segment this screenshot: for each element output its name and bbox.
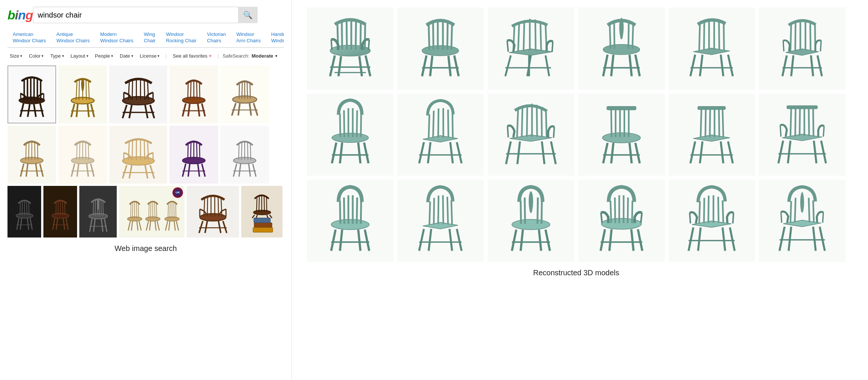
separator2: | — [218, 53, 219, 59]
svg-line-27 — [132, 80, 132, 100]
tab-american-windsor[interactable]: American Windsor Chairs — [7, 28, 51, 48]
svg-line-168 — [156, 202, 157, 218]
search-result-1[interactable] — [7, 65, 56, 123]
search-result-4[interactable] — [169, 65, 218, 123]
license-filter[interactable]: License — [138, 52, 162, 60]
search-result-11[interactable] — [7, 186, 41, 238]
search-result-3[interactable] — [109, 65, 167, 123]
svg-line-425 — [781, 212, 782, 223]
svg-line-167 — [155, 201, 155, 218]
svg-line-403 — [600, 229, 605, 251]
search-result-10[interactable] — [220, 126, 269, 184]
svg-line-179 — [165, 221, 168, 230]
svg-line-370 — [340, 229, 342, 251]
search-result-8[interactable] — [109, 126, 167, 184]
search-result-15[interactable] — [187, 186, 239, 238]
logo-letter-n: n — [18, 8, 25, 22]
search-result-2[interactable] — [58, 65, 107, 123]
svg-line-357 — [821, 141, 826, 163]
svg-point-83 — [122, 157, 154, 165]
svg-line-132 — [58, 201, 58, 215]
see-all-favorites[interactable]: See all favorites ♥ — [171, 52, 214, 60]
3d-model-18 — [761, 181, 843, 261]
svg-line-254 — [614, 21, 614, 49]
svg-line-48 — [198, 104, 199, 116]
svg-line-154 — [131, 203, 131, 218]
tab-rocking-chair[interactable]: Windsor Rocking Chair — [161, 28, 202, 48]
svg-line-356 — [779, 141, 783, 163]
model-5 — [669, 7, 755, 90]
svg-line-124 — [28, 201, 29, 215]
svg-line-93 — [150, 165, 154, 178]
svg-line-423 — [809, 197, 810, 222]
svg-line-343 — [728, 141, 733, 163]
tab-handmade[interactable]: Handm Winds... — [266, 28, 284, 48]
svg-line-219 — [369, 40, 369, 50]
svg-line-260 — [629, 55, 632, 76]
tab-victorian[interactable]: Victorian Chairs — [202, 28, 231, 48]
tab-arm-chairs[interactable]: Windsor Arm Chairs — [231, 28, 266, 48]
svg-point-25 — [122, 96, 154, 105]
svg-line-257 — [603, 55, 608, 76]
search-result-6[interactable] — [7, 126, 56, 184]
svg-line-15 — [76, 82, 77, 99]
svg-line-243 — [541, 21, 541, 51]
svg-line-277 — [810, 21, 811, 50]
svg-line-165 — [151, 202, 151, 218]
svg-line-98 — [188, 144, 188, 160]
svg-line-333 — [629, 143, 632, 163]
svg-line-269 — [728, 55, 733, 76]
svg-line-417 — [730, 227, 735, 251]
svg-line-146 — [101, 200, 101, 216]
color-filter[interactable]: Color — [27, 52, 46, 60]
tab-antique-windsor[interactable]: Antique Windsor Chairs — [51, 28, 95, 48]
svg-line-266 — [719, 20, 719, 50]
svg-line-280 — [820, 41, 821, 51]
svg-line-258 — [635, 55, 640, 76]
svg-line-164 — [149, 203, 149, 218]
search-result-14[interactable]: UK — [119, 186, 184, 238]
svg-line-405 — [609, 229, 612, 251]
people-filter[interactable]: People — [93, 52, 115, 60]
tab-modern-windsor[interactable]: Modern Windsor Chairs — [95, 28, 139, 48]
svg-line-409 — [704, 197, 705, 223]
date-filter[interactable]: Date — [117, 52, 135, 60]
svg-line-137 — [66, 218, 68, 230]
svg-line-300 — [438, 108, 439, 137]
layout-filter[interactable]: Layout — [68, 52, 91, 60]
search-result-16[interactable] — [241, 186, 282, 238]
search-result-7[interactable] — [58, 126, 107, 184]
svg-line-45 — [183, 104, 186, 116]
svg-line-88 — [144, 140, 144, 160]
svg-line-413 — [723, 200, 724, 223]
search-input[interactable] — [33, 7, 238, 23]
svg-line-279 — [783, 41, 784, 51]
search-result-9[interactable] — [169, 126, 218, 184]
search-box[interactable]: 🔍 — [33, 7, 257, 23]
model-3 — [488, 7, 574, 90]
svg-line-121 — [22, 201, 22, 215]
svg-line-415 — [733, 213, 734, 223]
search-result-13[interactable] — [79, 186, 117, 238]
svg-rect-8 — [43, 94, 44, 99]
svg-rect-198 — [253, 227, 273, 232]
3d-model-2 — [399, 9, 482, 89]
svg-line-293 — [332, 142, 336, 163]
svg-line-341 — [723, 110, 724, 137]
svg-line-246 — [552, 41, 553, 51]
svg-line-342 — [691, 141, 696, 163]
search-result-12[interactable] — [43, 186, 77, 238]
size-filter[interactable]: Size — [7, 52, 24, 60]
search-result-5[interactable] — [220, 65, 269, 123]
svg-rect-7 — [20, 94, 21, 99]
svg-line-150 — [94, 219, 95, 232]
chair-image-1 — [11, 68, 52, 120]
type-filter[interactable]: Type — [48, 52, 66, 60]
svg-line-402 — [641, 213, 642, 223]
search-button[interactable]: 🔍 — [238, 7, 257, 23]
tab-wing-chair[interactable]: Wing Chair — [139, 28, 161, 48]
svg-line-247 — [505, 55, 511, 76]
svg-line-378 — [452, 200, 452, 224]
svg-line-338 — [710, 110, 710, 137]
svg-line-390 — [545, 229, 550, 251]
